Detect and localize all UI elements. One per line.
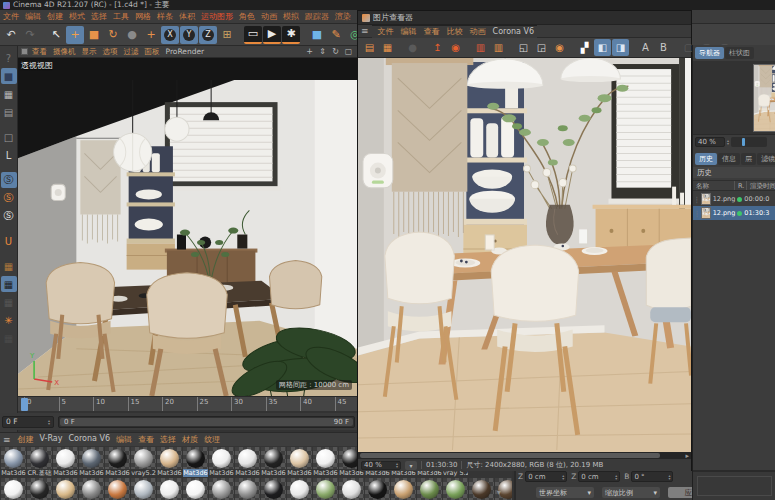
menu-item[interactable]: 显示 xyxy=(79,47,100,57)
menu-item[interactable]: 创建 xyxy=(15,434,37,445)
coordinate-field-input[interactable]: 0 cm▴▾ xyxy=(578,471,620,482)
rendered-image[interactable] xyxy=(358,58,691,452)
history-row[interactable]: ┆12.png01:30:3 xyxy=(693,206,775,220)
mesh-ring-icon[interactable]: ▦ xyxy=(1,294,17,310)
zoom-stepper-arrows-icon[interactable]: ▴▾ xyxy=(396,462,398,468)
scrollbar-thumb[interactable] xyxy=(360,453,660,458)
material-item[interactable]: Mat3d6 xyxy=(313,447,338,477)
menu-item[interactable]: 动画 xyxy=(467,26,489,37)
dock-tab[interactable]: 层 xyxy=(741,153,756,165)
material-item[interactable]: Mat3d6 xyxy=(287,447,312,477)
material-item[interactable]: Mat3d6 xyxy=(209,447,234,477)
history-col-name[interactable]: 名称 xyxy=(693,181,735,190)
fullsize-icon[interactable]: ◱ xyxy=(515,39,532,56)
material-item[interactable] xyxy=(365,478,390,500)
menu-item[interactable]: 体积 xyxy=(176,11,198,22)
history-row[interactable]: ┆12.png00:00:0 xyxy=(693,192,775,206)
menu-item[interactable]: 网格 xyxy=(132,11,154,22)
menu-item[interactable]: 动画 xyxy=(258,11,280,22)
history-col-status[interactable]: R. xyxy=(735,181,747,190)
magnet-icon[interactable]: U xyxy=(1,233,17,249)
axis-mode-icon[interactable]: L xyxy=(1,147,17,163)
menu-item[interactable]: 过滤 xyxy=(121,47,142,57)
menu-item[interactable]: 查看 xyxy=(29,47,50,57)
user-icon[interactable]: ◉ xyxy=(447,39,464,56)
material-item[interactable] xyxy=(131,478,156,500)
timeline-range-slider[interactable]: 0 F 90 F xyxy=(58,416,355,428)
move-tool-icon[interactable]: + xyxy=(66,26,84,44)
material-item[interactable] xyxy=(287,478,312,500)
navigator-zoom-stepper-icon[interactable]: ▴▾ xyxy=(727,139,729,145)
material-item[interactable] xyxy=(53,478,78,500)
navigator-zoom-field[interactable]: 40 % xyxy=(695,137,725,147)
upload-icon[interactable]: ↥ xyxy=(429,39,446,56)
material-menu-burger-icon[interactable]: ≡ xyxy=(3,435,14,445)
menu-item[interactable]: V-Ray xyxy=(37,434,66,445)
fit-to-view-icon[interactable]: ◲ xyxy=(533,39,550,56)
add-cube-button[interactable]: ■ xyxy=(308,26,326,44)
render-settings-button[interactable]: ✱ xyxy=(282,26,300,44)
picture-viewer-title-bar[interactable]: 图片查看器 xyxy=(358,11,691,24)
open-image-icon[interactable]: ▤ xyxy=(361,39,378,56)
pen-tool-button[interactable]: ✎ xyxy=(327,26,345,44)
menu-item[interactable]: 创建 xyxy=(44,11,66,22)
y-axis-lock-button[interactable]: Y xyxy=(180,26,198,44)
menu-item[interactable]: 面板 xyxy=(142,47,163,57)
material-scroll-chevron-icon[interactable]: ▾ xyxy=(497,488,501,497)
menu-item[interactable]: 角色 xyxy=(236,11,258,22)
menu-item[interactable]: ProRender xyxy=(163,47,208,57)
last-tool-icon[interactable]: ● xyxy=(123,26,141,44)
menu-item[interactable]: 选择 xyxy=(157,434,179,445)
menu-item[interactable]: 材质 xyxy=(179,434,201,445)
material-item[interactable]: Mat3d6 xyxy=(157,447,182,477)
object-mode-icon[interactable]: □ xyxy=(1,129,17,145)
dock-tab[interactable]: 滤镜 xyxy=(757,153,775,165)
material-item[interactable] xyxy=(183,478,208,500)
maximize-view-icon[interactable]: ▢ xyxy=(343,46,354,57)
points-mode-icon[interactable]: Ⓢ xyxy=(1,172,17,188)
material-item[interactable]: Mat3d6 xyxy=(261,447,286,477)
layer-panel-alt-icon[interactable]: ▥ xyxy=(490,39,507,56)
material-item[interactable]: CR.基础 xyxy=(27,447,52,477)
region-zoom-icon[interactable]: ◉ xyxy=(551,39,568,56)
rotate-tool-icon[interactable]: ↻ xyxy=(104,26,122,44)
snap-faded-icon[interactable]: ▦ xyxy=(1,330,17,346)
material-item[interactable]: Mat3d6 xyxy=(79,447,104,477)
live-selection-icon[interactable]: ↖ xyxy=(47,26,65,44)
texture-mode-icon[interactable]: ▦ xyxy=(1,86,17,102)
convert-icon[interactable]: ? xyxy=(1,50,17,66)
dolly-view-icon[interactable]: ⇕ xyxy=(317,46,328,57)
material-item[interactable] xyxy=(27,478,52,500)
render-picture-viewer-button[interactable]: ▶ xyxy=(263,26,281,44)
polygons-mode-icon[interactable]: Ⓢ xyxy=(1,208,17,224)
menu-item[interactable]: 摄像机 xyxy=(50,47,79,57)
material-item[interactable]: Mat3d6 xyxy=(183,447,208,477)
menu-item[interactable]: 渲染 xyxy=(332,11,354,22)
menu-item[interactable]: 比较 xyxy=(444,26,466,37)
timeline-playhead[interactable] xyxy=(21,398,28,411)
menu-item[interactable]: Corona V6 xyxy=(65,434,113,445)
render-view-button[interactable]: ▭ xyxy=(244,26,262,44)
model-mode-icon[interactable]: ■ xyxy=(1,68,17,84)
menu-item[interactable]: 查看 xyxy=(135,434,157,445)
field-stepper-icon[interactable]: ▴▾ xyxy=(668,474,670,480)
menu-item[interactable]: 跟踪器 xyxy=(302,11,332,22)
menu-item[interactable]: 编辑 xyxy=(398,26,420,37)
material-item[interactable]: Mat3d6 xyxy=(235,447,260,477)
material-item[interactable] xyxy=(1,478,26,500)
menu-item[interactable]: 查看 xyxy=(421,26,443,37)
menu-item[interactable]: 选择 xyxy=(88,11,110,22)
coordinate-field-input[interactable]: 0 °▴▾ xyxy=(631,471,673,482)
material-item[interactable] xyxy=(313,478,338,500)
menu-item[interactable]: 文件 xyxy=(375,26,397,37)
workplane-icon[interactable]: ▤ xyxy=(1,104,17,120)
material-item[interactable] xyxy=(417,478,442,500)
pan-view-icon[interactable]: + xyxy=(304,46,315,57)
snap-icon[interactable]: ✳ xyxy=(1,312,17,328)
set-image-b-icon[interactable]: B xyxy=(655,39,672,56)
field-stepper-icon[interactable]: ▴▾ xyxy=(615,474,617,480)
coord-system-icon[interactable]: ⊞ xyxy=(218,26,236,44)
material-item[interactable] xyxy=(157,478,182,500)
material-item[interactable] xyxy=(391,478,416,500)
layer-panel-icon[interactable]: ▥ xyxy=(472,39,489,56)
